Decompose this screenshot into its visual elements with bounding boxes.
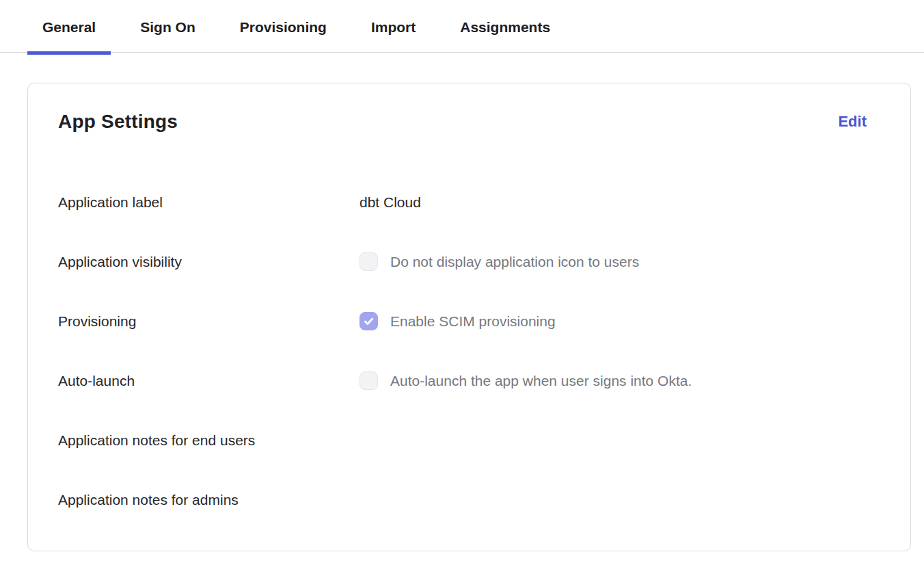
row-label: Application visibility [58, 254, 359, 270]
app-settings-card: App Settings Edit Application labeldbt C… [27, 83, 911, 551]
checkbox-unchecked[interactable] [359, 252, 378, 271]
settings-row: Application labeldbt Cloud [58, 172, 867, 232]
checkbox-label: Enable SCIM provisioning [390, 313, 556, 330]
tab-import[interactable]: Import [356, 19, 431, 52]
settings-row: ProvisioningEnable SCIM provisioning [58, 291, 867, 351]
tab-sign-on[interactable]: Sign On [125, 19, 210, 52]
edit-link[interactable]: Edit [838, 113, 867, 131]
checkbox-unchecked[interactable] [359, 371, 378, 390]
row-value: Enable SCIM provisioning [359, 312, 556, 330]
row-label: Auto-launch [58, 373, 359, 389]
row-label: Application label [58, 194, 359, 211]
card-title: App Settings [58, 111, 178, 133]
card-header: App Settings Edit [58, 111, 867, 133]
row-value: dbt Cloud [359, 194, 421, 211]
row-label: Provisioning [58, 313, 359, 330]
checkbox-label: Auto-launch the app when user signs into… [390, 373, 692, 389]
checkbox-checked[interactable] [359, 312, 378, 330]
tab-provisioning[interactable]: Provisioning [225, 19, 342, 52]
settings-row: Auto-launchAuto-launch the app when user… [58, 351, 867, 410]
value-text: dbt Cloud [359, 194, 421, 211]
tab-general[interactable]: General [27, 19, 111, 52]
settings-rows: Application labeldbt CloudApplication vi… [58, 172, 867, 529]
checkbox-label: Do not display application icon to users [390, 254, 639, 270]
settings-row: Application visibilityDo not display app… [58, 232, 867, 291]
settings-row: Application notes for end users [58, 410, 867, 470]
settings-row: Application notes for admins [58, 470, 867, 529]
row-value: Auto-launch the app when user signs into… [359, 371, 692, 390]
check-icon [362, 315, 375, 328]
tab-bar: GeneralSign OnProvisioningImportAssignme… [0, 0, 924, 53]
tab-assignments[interactable]: Assignments [445, 19, 565, 52]
row-value: Do not display application icon to users [359, 252, 639, 271]
row-label: Application notes for admins [58, 492, 359, 508]
row-label: Application notes for end users [58, 432, 359, 449]
